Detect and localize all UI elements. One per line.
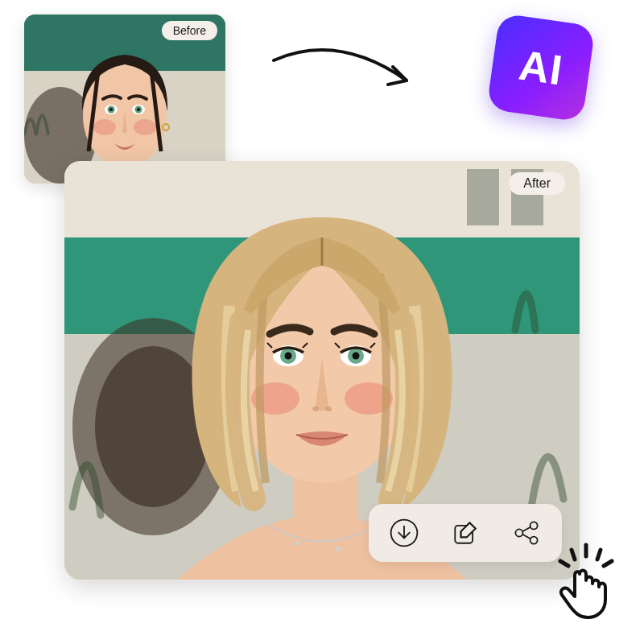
before-label-badge: Before	[162, 21, 217, 40]
svg-point-38	[530, 537, 538, 544]
svg-rect-16	[467, 169, 499, 225]
download-icon	[388, 517, 420, 549]
ai-badge: AI	[486, 13, 596, 122]
svg-point-21	[336, 547, 341, 551]
after-image-card: After	[64, 161, 580, 580]
svg-point-4	[93, 119, 116, 135]
after-label-text: After	[523, 176, 551, 190]
edit-icon	[449, 517, 481, 549]
svg-point-37	[515, 529, 522, 536]
svg-point-20	[295, 541, 300, 546]
svg-point-11	[137, 108, 140, 111]
edit-button[interactable]	[446, 514, 485, 552]
svg-point-28	[285, 353, 292, 360]
svg-point-36	[530, 522, 538, 529]
svg-point-5	[134, 119, 156, 135]
svg-point-31	[353, 353, 360, 360]
before-image-card: Before	[24, 14, 225, 184]
share-icon	[510, 517, 543, 549]
ai-badge-text: AI	[516, 41, 566, 95]
after-label-badge: After	[509, 172, 565, 195]
svg-point-33	[325, 407, 332, 411]
svg-point-32	[312, 407, 319, 411]
click-pointer-icon	[539, 535, 628, 624]
curved-arrow-icon	[266, 36, 435, 117]
before-label-text: Before	[173, 24, 206, 37]
download-button[interactable]	[385, 514, 423, 552]
svg-point-8	[109, 108, 113, 111]
action-toolbar	[369, 504, 562, 562]
